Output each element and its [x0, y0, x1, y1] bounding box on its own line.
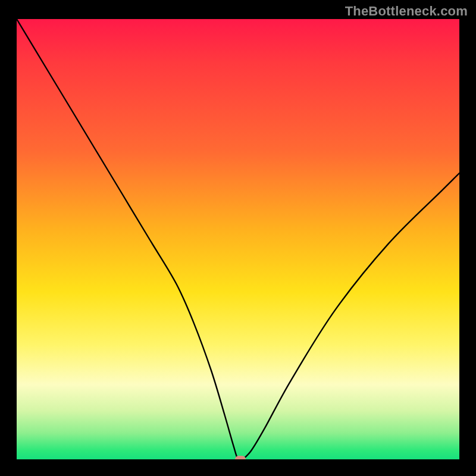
- watermark-text: TheBottleneck.com: [345, 4, 468, 19]
- min-point-marker: [235, 456, 246, 459]
- plot-area: [17, 19, 459, 459]
- bottleneck-curve-path: [17, 19, 459, 459]
- bottleneck-curve: [17, 19, 459, 459]
- chart-frame: TheBottleneck.com: [0, 0, 476, 476]
